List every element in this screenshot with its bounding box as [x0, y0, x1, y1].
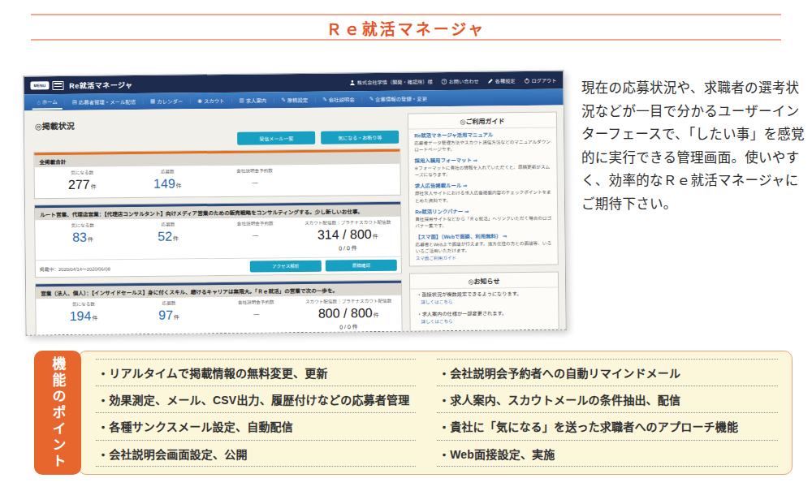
pencil-icon — [488, 78, 494, 84]
admin-content: ◎掲載状況 受信メール一覧 気になる・お断り等 全掲載合計 気になる数 277件 — [24, 106, 566, 336]
account-name: 株式会社学情（開発・確認用）様 — [350, 78, 433, 86]
admin-screenshot: MENU Re就活マネージャ 株式会社学情（開発・確認用）様 ? お問い合わせ … — [23, 71, 566, 336]
guide-link[interactable]: Re就活リンクバナー ⇒ — [415, 206, 551, 215]
stat-scout: スカウト配信数｜プラチナスカウト配信数 800 / 800件 0 / 0 件 — [300, 298, 397, 331]
stat-oubo: 応募数 52件 — [125, 221, 211, 254]
guide-item: 【スマ面】（Webで面談、利用無料） ⇒ 応募者とWeb上で面談が行えます。遠方… — [409, 229, 557, 265]
guide-link[interactable]: 【スマ面】（Webで面談、利用無料） ⇒ — [415, 232, 551, 241]
news-detail-link[interactable]: 詳しくはこちら — [421, 298, 551, 306]
news-item: ・求人案内の仕様が一部変更されます。 詳しくはこちら — [410, 308, 558, 331]
guide-item: Re就活リンクバナー ⇒ 貴社採用サイトなどから「Ｒｅ就活」へリンクいただく場合… — [409, 204, 557, 230]
stat-oubo: 応募数 149件 — [125, 168, 210, 192]
guide-link[interactable]: 採用入稿用フォーマット ⇒ — [414, 156, 551, 165]
power-icon — [524, 77, 529, 83]
stat-yoyaku: 会社説明会予約数 － — [210, 167, 300, 192]
features-left-column: ・リアルタイムで掲載情報の無料変更、更新 ・効果測定、メール、CSV出力、履歴付… — [96, 359, 416, 467]
features-right-column: ・会社説明会予約者への自動リマインドメール ・求人案内、スカウトメールの条件抽出… — [437, 359, 778, 467]
news-box: ◎お知らせ ・面接状況が複数設定できるようになります。 詳しくはこちら ・求人案… — [409, 272, 559, 332]
features-section: 機能のポイント ・リアルタイムで掲載情報の無料変更、更新 ・効果測定、メール、C… — [34, 351, 793, 475]
svg-text:?: ? — [443, 80, 446, 84]
guide-box: ◎ご利用ガイド Re就活マネージャ活用マニュアル 応募者データ管理方法やスカウト… — [408, 112, 559, 267]
news-title: ◎お知らせ — [410, 273, 558, 290]
stat-oubo: 応募数 97件 — [126, 299, 212, 333]
nav-item-calendar[interactable]: ▦カレンダー — [145, 95, 188, 108]
guide-item: 求人広告掲載ルール ⇒ 弊社求人サイトにおける求人広告掲載内容のチェックポイント… — [409, 179, 557, 205]
stat-yoyaku: 会社説明会予約数 － — [211, 299, 300, 332]
nav-item-company[interactable]: ✎企業情報の登録・変更 — [365, 93, 433, 106]
feature-item: ・リアルタイムで掲載情報の無料変更、更新 — [96, 359, 416, 386]
contact-link[interactable]: ? お問い合わせ — [442, 77, 479, 84]
feature-item: ・求人案内、スカウトメールの条件抽出、配信 — [437, 386, 778, 412]
logout-link[interactable]: ログアウト — [524, 76, 556, 84]
listing-status-column: ◎掲載状況 受信メール一覧 気になる・お断り等 全掲載合計 気になる数 277件 — [33, 114, 403, 336]
stat-kininaru: 気になる数 83件 — [40, 222, 126, 255]
edit-icon: ✎ — [281, 97, 286, 103]
nav-item-applicants[interactable]: ▤応募者管理・メール配信 — [67, 95, 141, 108]
feature-item: ・会社説明会予約者への自動リマインドメール — [437, 359, 778, 386]
page-title: Ｒｅ就活マネージャ — [0, 17, 812, 39]
features-tab-label: 機能のポイント — [34, 351, 81, 475]
mail-icon: ▤ — [72, 99, 77, 106]
nav-item-jobinfo[interactable]: ▥求人案内 — [234, 94, 271, 106]
admin-app-title: Re就活マネージャ — [69, 80, 133, 91]
manuscript-check-button[interactable]: 原稿確認 — [326, 260, 397, 272]
guide-item: Re就活マネージャ活用マニュアル 応募者データ管理方法やスカウト送信方法などのマ… — [408, 128, 556, 155]
feature-item: ・各種サンクスメール設定、自動配信 — [96, 412, 416, 439]
question-icon: ? — [442, 79, 447, 84]
guide-link[interactable]: 求人広告掲載ルール ⇒ — [415, 181, 551, 190]
user-icon — [350, 80, 356, 85]
menu-button[interactable]: MENU — [30, 81, 49, 89]
feature-item: ・会社説明会画面設定、公開 — [96, 440, 416, 467]
list-icon: ▥ — [239, 97, 244, 104]
panel-job-1: ルート営業、代理店営業：【代理店コンサルタント】向けメディア営業のための販売戦略… — [34, 201, 402, 278]
header-rule-top — [31, 14, 781, 15]
scout-icon: ◉ — [197, 97, 202, 104]
edit-icon: ✎ — [369, 96, 374, 102]
nav-item-scout[interactable]: ◉スカウト — [192, 94, 229, 106]
home-icon: ⌂ — [37, 99, 41, 105]
nav-item-manuscript[interactable]: ✎原稿設定 — [276, 93, 313, 106]
panel-job-2: 営業（法人、個人）：【インサイドセールス】身に付くスキル、磨けるキャリアは無限大… — [35, 280, 403, 336]
kininaru-button[interactable]: 気になる・お断り等 — [321, 131, 399, 144]
product-description: 現在の応募状況や、求職者の選考状況などが一目で分かるユーザーインターフェースで、… — [581, 76, 807, 215]
stat-scout: スカウト配信数｜プラチナスカウト配信数 314 / 800件 0 / 0 件 — [300, 219, 396, 252]
guide-link[interactable]: Re就活マネージャ活用マニュアル — [414, 131, 551, 140]
feature-item: ・Web面接設定、実施 — [437, 440, 778, 467]
listing-status-title: ◎掲載状況 — [35, 116, 400, 132]
listing-period: 掲載中：2020/04/14～2020/06/08 — [40, 265, 110, 273]
guide-title: ◎ご利用ガイド — [408, 113, 556, 130]
guide-sublink[interactable]: スマ面ご利用ガイド — [416, 254, 552, 262]
stat-kininaru: 気になる数 194件 — [41, 300, 127, 334]
calendar-icon: ▦ — [150, 98, 155, 105]
news-detail-link[interactable]: 詳しくはこちら — [421, 317, 552, 325]
settings-link[interactable]: 各種設定 — [488, 77, 516, 84]
nav-item-home[interactable]: ⌂ホーム — [32, 95, 63, 109]
page: Ｒｅ就活マネージャ 現在の応募状況や、求職者の選考状況などが一目で分かるユーザー… — [0, 0, 812, 504]
nav-item-seminar[interactable]: ✎会社説明会 — [317, 93, 360, 106]
hamburger-icon[interactable] — [52, 80, 63, 89]
admin-sidebar: ◎ご利用ガイド Re就活マネージャ活用マニュアル 応募者データ管理方法やスカウト… — [408, 112, 559, 336]
mail-list-button[interactable]: 受信メール一覧 — [237, 131, 315, 145]
feature-item: ・貴社に「気になる」を送った求職者へのアプローチ機能 — [437, 412, 778, 439]
news-item: ・面接状況が複数設定できるようになります。 詳しくはこちら — [410, 288, 558, 309]
header-rule-bottom — [31, 39, 781, 41]
access-analysis-button[interactable]: アクセス解析 — [250, 261, 322, 273]
stat-kininaru: 気になる数 277件 — [40, 169, 125, 193]
stat-yoyaku: 会社説明会予約数 － — [210, 220, 300, 253]
guide-item: 採用入稿用フォーマット ⇒ ※フォーマットに貴社の情報を入れていただくと、原稿更… — [408, 153, 556, 180]
panel-total: 全掲載合計 気になる数 277件 応募数 149件 会社説明会予約数 － — [33, 149, 401, 200]
edit-icon: ✎ — [322, 97, 327, 103]
feature-item: ・効果測定、メール、CSV出力、履歴付けなどの応募者管理 — [96, 386, 416, 412]
